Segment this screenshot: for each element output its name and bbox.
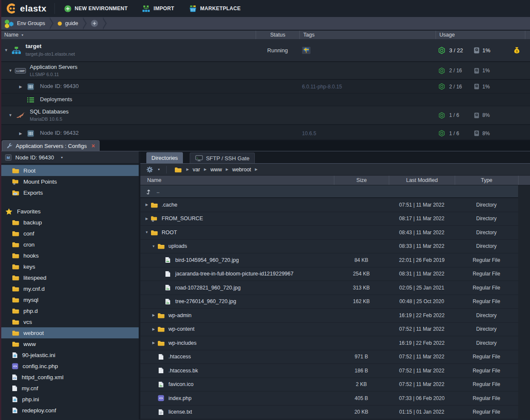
tab-configs[interactable]: Application Servers : Configs × xyxy=(2,140,100,151)
env-row-application-servers[interactable]: ▼LLSMPApplication ServersLLSMP 6.0.112 /… xyxy=(0,62,530,80)
settings-button[interactable]: ▼ xyxy=(144,166,163,173)
path-item-www[interactable]: www xyxy=(211,167,222,173)
expander-right-icon[interactable]: ▶ xyxy=(17,85,24,89)
file-last-modified: 16:19 | 22 Feb 2022 xyxy=(389,340,455,346)
expander-right-icon[interactable]: ▶ xyxy=(151,313,157,317)
file-row-road-1072821-960-720-jpg[interactable]: road-1072821_960_720.jpg313 KB02:05 | 25… xyxy=(140,281,518,295)
sidebar-item-mount-points[interactable]: Mount Points xyxy=(0,176,139,187)
file-row-jacaranda-tree-in-full-bloom-picture-id1219229967[interactable]: jacaranda-tree-in-full-bloom-picture-id1… xyxy=(140,267,518,281)
file-column-name[interactable]: Name xyxy=(140,176,334,185)
folder-icon xyxy=(12,308,19,314)
file-row-htaccess-bk[interactable]: .htaccess.bk186 B07:52 | 11 Mar 2022Regu… xyxy=(140,364,518,378)
expander-right-icon[interactable]: ▶ xyxy=(144,217,150,221)
file-row-wp-includes[interactable]: ▶wp-includes16:19 | 22 Feb 2022Directory xyxy=(140,336,518,350)
sidebar-item-backup[interactable]: backup xyxy=(0,217,139,228)
elastx-logo[interactable]: elastx xyxy=(0,3,54,14)
expander-right-icon[interactable]: ▶ xyxy=(151,341,157,345)
env-row-sql-databases[interactable]: ▼SQL DatabasesMariaDB 10.6.51 / 68% xyxy=(0,106,530,125)
file-column-last-modified[interactable]: Last Modified xyxy=(389,176,455,185)
tab-sftp-ssh-gate[interactable]: >_ SFTP / SSH Gate xyxy=(190,153,255,163)
expander-right-icon[interactable]: ▶ xyxy=(17,131,24,136)
php-icon: <> xyxy=(157,395,165,401)
folder-icon xyxy=(157,326,165,332)
breadcrumb-item-add[interactable] xyxy=(91,20,98,27)
sidebar-item-config-inc-php[interactable]: <>config.inc.php xyxy=(0,360,139,372)
tab-directories[interactable]: Directories xyxy=(146,152,183,163)
column-header-tags[interactable]: Tags xyxy=(299,31,436,39)
sidebar-item-httpd-config-xml[interactable]: <>httpd_config.xml xyxy=(0,372,139,383)
sidebar-item-php-ini[interactable]: php.ini xyxy=(0,394,139,405)
sidebar-item-vcs[interactable]: vcs xyxy=(0,316,139,327)
svg-text:M: M xyxy=(7,156,10,160)
column-header-status[interactable]: Status xyxy=(256,31,299,39)
file-type: Directory xyxy=(455,216,518,221)
env-row-deployments[interactable]: Deployments xyxy=(0,94,530,106)
file-column-size[interactable]: Size xyxy=(334,176,389,185)
column-header-name[interactable]: Name▼ xyxy=(0,31,256,39)
sidebar-item-root[interactable]: Root xyxy=(0,165,139,176)
expander-right-icon[interactable]: ▶ xyxy=(151,327,157,331)
file-row-favicon-ico[interactable]: favicon.ico2 KB07:52 | 11 Mar 2022Regula… xyxy=(140,378,518,392)
node-selector[interactable]: M Node ID: 96430 ▼ xyxy=(0,151,139,164)
expander-down-icon[interactable]: ▼ xyxy=(144,230,150,234)
folder-icon xyxy=(12,297,19,303)
file-row-wp-content[interactable]: ▶wp-content07:52 | 11 Mar 2022Directory xyxy=(140,323,518,337)
billing-icon-wrap[interactable]: $ xyxy=(514,47,520,54)
sidebar-item-www[interactable]: www xyxy=(0,338,139,349)
file-row-bird-1045954-960-720-jpg[interactable]: bird-1045954_960_720.jpg84 KB22:01 | 26 … xyxy=(140,253,518,267)
expander-down-icon[interactable]: ▼ xyxy=(151,244,157,248)
path-item-webroot[interactable]: webroot xyxy=(232,167,251,173)
file-row-index-php[interactable]: <>index.php405 B07:33 | 06 Feb 2020Regul… xyxy=(140,392,518,406)
sidebar-item-90-jelastic-ini[interactable]: 90-jelastic.ini xyxy=(0,349,139,360)
file-column-type[interactable]: Type xyxy=(455,176,518,185)
disk-icon xyxy=(474,131,479,136)
topbar-import[interactable]: IMPORT xyxy=(142,5,174,12)
path-separator-icon: ▶ xyxy=(226,167,228,171)
file-size: 405 B xyxy=(334,395,389,401)
file-row-root[interactable]: ▼ROOT08:43 | 11 Mar 2022Directory xyxy=(140,226,518,240)
breadcrumb-item-guide[interactable]: guide xyxy=(57,20,78,26)
svg-text:>_: >_ xyxy=(197,156,200,159)
sidebar-item-redeploy-conf[interactable]: redeploy.conf xyxy=(0,405,139,416)
env-row-target[interactable]: ▼targettarget.jls-sto1.elastx.netRunning… xyxy=(0,39,530,62)
file-row-wp-admin[interactable]: ▶wp-admin16:19 | 22 Feb 2022Directory xyxy=(140,309,518,323)
sidebar-item-php-d[interactable]: php.d xyxy=(0,305,139,316)
expander-down-icon[interactable]: ▼ xyxy=(7,68,14,73)
sidebar-item-exports[interactable]: Exports xyxy=(0,187,139,198)
file-icon xyxy=(157,367,165,374)
env-row-status xyxy=(256,94,299,106)
env-row-status xyxy=(256,62,299,79)
file-type: Directory xyxy=(455,312,518,318)
sidebar-item-conf[interactable]: conf xyxy=(0,228,139,239)
sidebar-item-webroot[interactable]: webroot xyxy=(0,327,139,338)
sidebar-item-favorites[interactable]: Favorites xyxy=(0,206,139,217)
sidebar-item-hooks[interactable]: hooks xyxy=(0,250,139,261)
topbar-new-environment[interactable]: NEW ENVIRONMENT xyxy=(64,5,128,12)
sidebar-item-cron[interactable]: cron xyxy=(0,239,139,250)
expander-down-icon[interactable]: ▼ xyxy=(7,113,14,117)
file-row-uploads[interactable]: ▼uploads08:33 | 11 Mar 2022Directory xyxy=(140,240,518,254)
file-row-from-source[interactable]: ▶FROM_SOURCE08:17 | 11 Mar 2022Directory xyxy=(140,212,518,226)
file-row-htaccess[interactable]: .htaccess971 B07:52 | 11 Mar 2022Regular… xyxy=(140,350,518,364)
file-row-cache[interactable]: ▶.cache07:51 | 11 Mar 2022Directory xyxy=(140,198,518,212)
file-row-license-txt[interactable]: license.txt20 KB01:15 | 01 Jan 2022Regul… xyxy=(140,406,518,420)
sidebar-item-my-cnf-d[interactable]: my.cnf.d xyxy=(0,283,139,294)
expander-down-icon[interactable]: ▼ xyxy=(3,48,10,52)
sidebar-item-mysql[interactable]: mysql xyxy=(0,294,139,305)
sidebar-item-keys[interactable]: keys xyxy=(0,261,139,272)
file-row-up[interactable]: .. xyxy=(140,185,518,198)
sidebar-item-litespeed[interactable]: litespeed xyxy=(0,272,139,283)
env-row-node-id-96432[interactable]: ▶Node ID: 9643210.6.51 / 68% xyxy=(0,125,530,139)
topbar-marketplace[interactable]: MARKETPLACE xyxy=(189,5,241,12)
file-row-tree-276014-960-720-jpg[interactable]: tree-276014_960_720.jpg162 KB00:48 | 25 … xyxy=(140,295,518,309)
env-row-node-id-96430[interactable]: ▶Node ID: 964306.0.11-php-8.0.152 / 161% xyxy=(0,80,530,94)
breadcrumb-item-env-groups[interactable]: Env Groups xyxy=(4,19,45,28)
file-type: Regular File xyxy=(455,368,518,374)
folder-icon xyxy=(12,330,19,336)
close-tab-icon[interactable]: × xyxy=(91,142,95,149)
sidebar-item-my-cnf[interactable]: my.cnf xyxy=(0,383,139,394)
file-last-modified: 08:33 | 11 Mar 2022 xyxy=(389,243,455,249)
path-item-var[interactable]: var xyxy=(193,167,200,173)
column-header-usage[interactable]: Usage xyxy=(436,31,525,39)
expander-right-icon[interactable]: ▶ xyxy=(144,203,150,207)
